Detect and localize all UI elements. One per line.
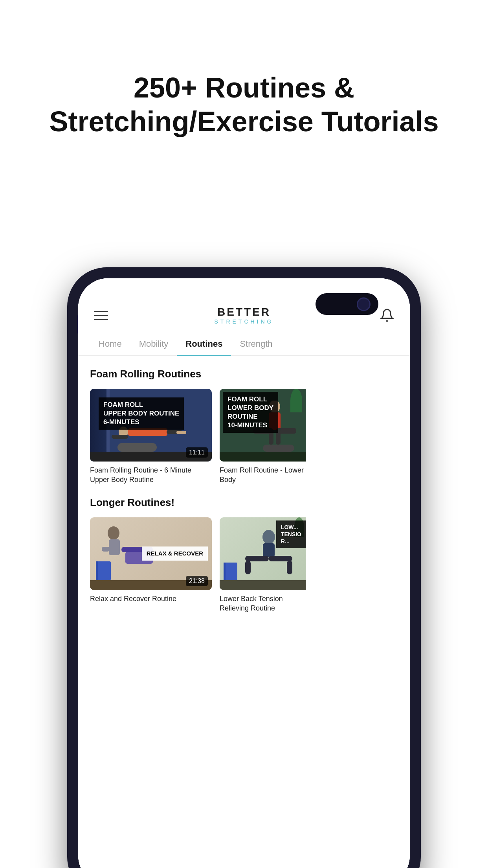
video-card-foam-upper[interactable]: FOAM ROLLUPPER BODY ROUTINE6-MINUTES 11:…: [90, 389, 212, 485]
video-card-relax[interactable]: RELAX & RECOVER 21:38 Relax and Recover …: [90, 517, 212, 613]
tab-mobility[interactable]: Mobility: [130, 333, 177, 355]
camera-lens: [357, 297, 371, 311]
foam-upper-title: Foam Rolling Routine - 6 Minute Upper Bo…: [90, 465, 212, 485]
svg-rect-19: [269, 556, 292, 561]
camera-pill: [316, 293, 378, 315]
app-logo: BETTER STRETCHING: [215, 306, 274, 325]
foam-lower-title: Foam Roll Routine - Lower Body: [220, 465, 306, 485]
promo-headline: 250+ Routines & Stretching/Exercise Tuto…: [0, 0, 488, 162]
foam-lower-label: FOAM ROLLLOWER BODYROUTINE10-MINUTES: [223, 392, 278, 433]
relax-title: Relax and Recover Routine: [90, 594, 212, 603]
svg-rect-20: [245, 561, 251, 574]
app-scroll-area: Foam Rolling Routines: [78, 356, 410, 625]
foam-rolling-row: FOAM ROLLUPPER BODY ROUTINE6-MINUTES 11:…: [90, 389, 398, 485]
menu-icon[interactable]: [94, 311, 108, 320]
video-card-foam-lower[interactable]: FOAM ROLLLOWER BODYROUTINE10-MINUTES Foa…: [220, 389, 306, 485]
tab-strength[interactable]: Strength: [231, 333, 281, 355]
svg-point-11: [108, 526, 119, 540]
svg-rect-17: [263, 543, 275, 557]
notification-icon[interactable]: [380, 308, 394, 322]
relax-label: RELAX & RECOVER: [142, 546, 208, 561]
video-card-lower-back[interactable]: LOW...TENSIOR... Lower Back Tension Reli…: [220, 517, 306, 613]
longer-routines-row: RELAX & RECOVER 21:38 Relax and Recover …: [90, 517, 398, 613]
svg-rect-15: [102, 547, 110, 552]
nav-tabs: Home Mobility Routines Strength: [78, 333, 410, 356]
section-title-foam: Foam Rolling Routines: [90, 368, 398, 380]
thumb-lower-back: LOW...TENSIOR...: [220, 517, 306, 590]
svg-rect-18: [245, 556, 269, 561]
thumb-foam-upper: FOAM ROLLUPPER BODY ROUTINE6-MINUTES 11:…: [90, 389, 212, 462]
app-content: BETTER STRETCHING Home Mobility Routines…: [78, 278, 410, 868]
svg-rect-2: [112, 435, 128, 439]
svg-rect-12: [109, 539, 120, 555]
svg-rect-21: [287, 561, 292, 574]
thumb-foam-lower: FOAM ROLLLOWER BODYROUTINE10-MINUTES: [220, 389, 306, 462]
thumb-relax: RELAX & RECOVER 21:38: [90, 517, 212, 590]
phone-screen: BETTER STRETCHING Home Mobility Routines…: [78, 278, 410, 868]
logo-better-text: BETTER: [215, 306, 274, 318]
logo-stretching-text: STRETCHING: [215, 318, 274, 325]
foam-upper-duration: 11:11: [186, 447, 208, 458]
relax-duration: 21:38: [186, 576, 208, 586]
phone-mockup: BETTER STRETCHING Home Mobility Routines…: [67, 267, 421, 868]
section-title-longer: Longer Routines!: [90, 497, 398, 509]
lower-back-title: Lower Back Tension Relieving Routine: [220, 594, 306, 613]
foam-upper-label: FOAM ROLLUPPER BODY ROUTINE6-MINUTES: [99, 397, 184, 430]
svg-point-16: [262, 530, 275, 544]
tab-routines[interactable]: Routines: [177, 333, 231, 355]
tab-home[interactable]: Home: [90, 333, 130, 355]
lower-back-label: LOW...TENSIOR...: [276, 520, 306, 548]
